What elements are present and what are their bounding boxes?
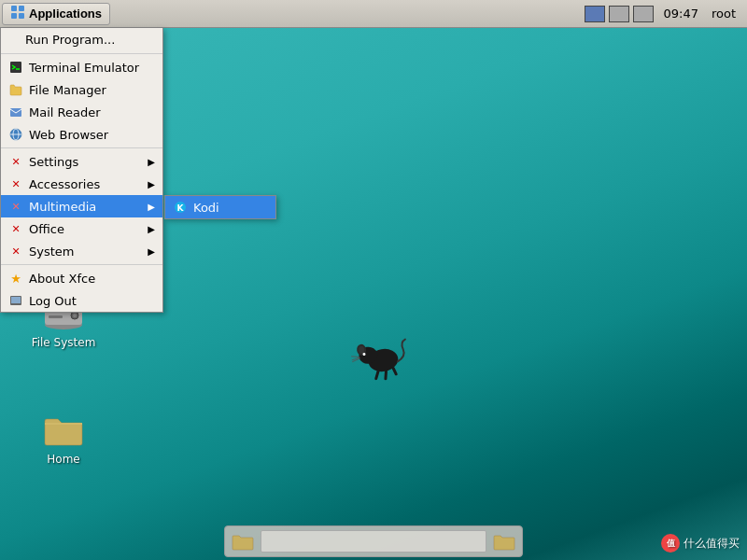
accessories-icon: ✕	[8, 176, 23, 191]
svg-line-29	[385, 371, 388, 379]
svg-text:K: K	[177, 203, 185, 213]
mailreader-label: Mail Reader	[29, 105, 101, 119]
svg-rect-3	[19, 13, 24, 19]
filesystem-label: File System	[32, 336, 96, 349]
multimedia-label: Multimedia	[29, 200, 96, 214]
mailreader-icon	[8, 105, 23, 119]
menu-separator-2	[1, 147, 162, 148]
desktop: Applications 09:47 root Run Program... T…	[0, 0, 747, 560]
home-label: Home	[47, 453, 79, 466]
watermark-text: 什么值得买	[684, 536, 740, 552]
menu-item-webbrowser[interactable]: Web Browser	[1, 123, 162, 146]
svg-rect-21	[49, 315, 63, 318]
svg-rect-1	[19, 6, 24, 11]
bottom-spacer	[261, 530, 486, 553]
applications-icon	[10, 5, 25, 22]
terminal-icon	[8, 60, 23, 75]
taskbar-right: 09:47 root	[585, 6, 747, 22]
about-label: About Xfce	[29, 272, 95, 286]
menu-item-accessories[interactable]: ✕ Accessories ▶	[1, 173, 162, 195]
filemanager-icon	[8, 82, 23, 97]
webbrowser-label: Web Browser	[29, 128, 108, 142]
submenu-item-kodi[interactable]: K Kodi	[165, 196, 275, 218]
kodi-icon: K	[173, 200, 188, 215]
settings-label: Settings	[29, 155, 78, 169]
logout-icon	[8, 293, 23, 308]
office-label: Office	[29, 222, 64, 236]
about-icon: ★	[8, 271, 23, 286]
bottom-left-folder-button[interactable]	[229, 528, 257, 554]
menu-item-settings[interactable]: ✕ Settings ▶	[1, 150, 162, 173]
taskbar: Applications 09:47 root	[0, 0, 747, 28]
multimedia-submenu: K Kodi	[164, 195, 276, 219]
svg-point-19	[73, 314, 77, 317]
settings-arrow: ▶	[148, 157, 155, 167]
menu-item-logout[interactable]: Log Out	[1, 289, 162, 312]
terminal-label: Terminal Emulator	[29, 61, 139, 75]
multimedia-arrow: ▶	[148, 202, 155, 212]
svg-rect-13	[11, 297, 21, 303]
menu-item-mailreader[interactable]: Mail Reader	[1, 101, 162, 123]
desktop-mouse	[345, 319, 420, 396]
webbrowser-icon	[8, 127, 23, 142]
office-icon: ✕	[8, 221, 23, 236]
menu-item-terminal[interactable]: Terminal Emulator	[1, 56, 162, 78]
bottom-taskbar	[0, 523, 747, 560]
home-icon-img	[41, 406, 86, 451]
menu-item-filemanager[interactable]: File Manager	[1, 78, 162, 101]
watermark-logo: 值	[661, 534, 680, 553]
indicator-1	[585, 6, 605, 22]
filemanager-label: File Manager	[29, 83, 106, 97]
svg-rect-0	[11, 6, 17, 11]
menu-separator-3	[1, 264, 162, 265]
logout-label: Log Out	[29, 294, 77, 308]
user-label: root	[708, 7, 740, 21]
svg-line-30	[393, 368, 396, 374]
clock-display: 09:47	[657, 7, 703, 21]
system-icon: ✕	[8, 244, 23, 259]
desktop-icon-home[interactable]: Home	[26, 406, 101, 466]
watermark: 值 什么值得买	[661, 534, 740, 553]
accessories-label: Accessories	[29, 177, 100, 191]
indicator-3	[633, 6, 654, 22]
indicator-2	[609, 6, 629, 22]
accessories-arrow: ▶	[148, 179, 155, 189]
bottom-right-folder-button[interactable]	[490, 528, 518, 554]
office-arrow: ▶	[148, 224, 155, 234]
multimedia-icon: ✕	[8, 199, 23, 214]
bottom-bar-inner	[224, 525, 523, 557]
system-arrow: ▶	[148, 246, 155, 257]
applications-label: Applications	[29, 7, 102, 21]
settings-icon: ✕	[8, 154, 23, 169]
system-label: System	[29, 245, 74, 259]
menu-item-about[interactable]: ★ About Xfce	[1, 267, 162, 289]
kodi-label: Kodi	[193, 201, 219, 215]
svg-line-31	[351, 355, 359, 357]
applications-menu-button[interactable]: Applications	[2, 3, 110, 25]
svg-rect-2	[11, 13, 17, 19]
menu-item-office[interactable]: ✕ Office ▶	[1, 217, 162, 240]
application-menu: Run Program... Terminal Emulator File Ma…	[0, 28, 163, 313]
menu-item-system[interactable]: ✕ System ▶	[1, 240, 162, 262]
svg-line-28	[374, 371, 379, 379]
menu-item-run-program[interactable]: Run Program...	[1, 28, 162, 51]
menu-item-multimedia[interactable]: ✕ Multimedia ▶ K Kodi	[1, 195, 162, 217]
menu-separator-1	[1, 53, 162, 54]
